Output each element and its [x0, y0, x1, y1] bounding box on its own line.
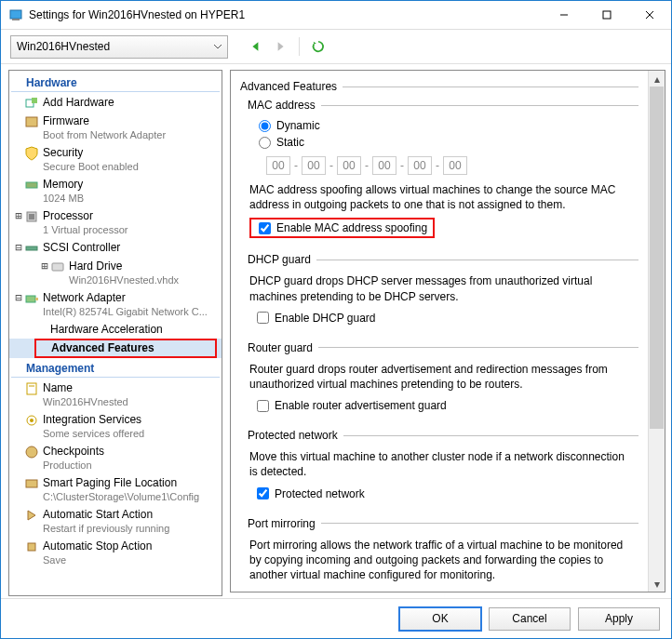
nav-tree[interactable]: Hardware Add Hardware FirmwareBoot from …	[8, 70, 222, 596]
settings-panel-container: Advanced Features MAC address Dynamic	[226, 64, 671, 598]
tree-security[interactable]: SecuritySecure Boot enabled	[9, 144, 222, 176]
mac-spoof-desc: MAC address spoofing allows virtual mach…	[240, 179, 638, 218]
tree-memory[interactable]: Memory1024 MB	[9, 176, 222, 207]
services-icon	[24, 413, 39, 428]
nav-back-button[interactable]	[247, 37, 265, 56]
tree-name[interactable]: NameWin2016HVnested	[9, 379, 222, 411]
scsi-icon	[24, 241, 39, 256]
mac-octet-4[interactable]	[372, 156, 396, 175]
hdd-icon	[50, 260, 65, 274]
firmware-icon	[24, 114, 39, 129]
vm-selector-combobox[interactable]: Win2016HVnested	[10, 35, 228, 59]
collapse-icon[interactable]: ⊟	[13, 241, 24, 255]
settings-window: Settings for Win2016HVnested on HYPER1 W…	[0, 0, 672, 639]
svg-rect-21	[26, 480, 37, 487]
section-hardware: Hardware	[11, 74, 220, 92]
section-management: Management	[11, 360, 220, 378]
svg-rect-12	[26, 246, 37, 250]
svg-rect-3	[603, 11, 611, 19]
tree-advanced-features[interactable]: Advanced Features	[9, 339, 222, 358]
svg-point-19	[30, 419, 34, 422]
scroll-thumb[interactable]	[650, 87, 664, 429]
svg-rect-13	[52, 263, 63, 271]
auto-start-icon	[24, 508, 39, 523]
scroll-up-icon[interactable]: ▴	[649, 71, 665, 87]
mac-octet-5[interactable]	[408, 156, 432, 175]
ok-button[interactable]: OK	[399, 607, 481, 631]
auto-stop-icon	[24, 539, 39, 554]
svg-rect-11	[29, 214, 34, 220]
nic-icon	[24, 291, 39, 306]
tree-hard-drive[interactable]: ⊞ Hard DriveWin2016HVnested.vhdx	[9, 258, 222, 289]
router-guard-checkbox[interactable]	[257, 400, 269, 412]
collapse-icon[interactable]: ⊟	[13, 291, 24, 305]
router-desc: Router guard drops router advertisement …	[240, 358, 638, 397]
mac-static-label: Static	[276, 136, 304, 149]
apply-button[interactable]: Apply	[578, 607, 660, 631]
tree-hw-acceleration[interactable]: Hardware Acceleration	[9, 321, 222, 339]
tree-smart-paging[interactable]: Smart Paging File LocationC:\ClusterStor…	[9, 474, 222, 506]
mac-static-radio[interactable]	[259, 137, 271, 149]
mac-spoof-label: Enable MAC address spoofing	[276, 221, 427, 234]
svg-rect-16	[27, 383, 36, 394]
checkpoint-icon	[24, 445, 39, 459]
mirror-group-label: Port mirroring	[248, 517, 316, 530]
tree-checkpoints[interactable]: CheckpointsProduction	[9, 443, 222, 474]
nav-forward-button[interactable]	[271, 37, 289, 56]
tree-integration-services[interactable]: Integration ServicesSome services offere…	[9, 411, 222, 443]
cancel-button[interactable]: Cancel	[489, 607, 571, 631]
mac-dynamic-radio[interactable]	[259, 120, 271, 132]
expand-icon[interactable]: ⊞	[13, 209, 24, 223]
minimize-button[interactable]	[543, 1, 585, 29]
mirror-desc: Port mirroring allows the network traffi…	[240, 534, 638, 589]
protected-group-label: Protected network	[248, 429, 338, 442]
svg-rect-7	[32, 98, 37, 103]
mac-octet-1[interactable]	[266, 156, 290, 175]
tree-network-adapter[interactable]: ⊟ Network AdapterIntel(R) 82574L Gigabit…	[9, 289, 222, 321]
paging-icon	[24, 476, 39, 491]
memory-icon	[24, 178, 39, 193]
svg-rect-1	[12, 19, 20, 20]
scroll-down-icon[interactable]: ▾	[649, 576, 665, 592]
window-title: Settings for Win2016HVnested on HYPER1	[29, 8, 543, 21]
dhcp-guard-label: Enable DHCP guard	[275, 312, 376, 325]
expand-icon[interactable]: ⊞	[39, 260, 50, 273]
svg-rect-9	[26, 182, 37, 188]
maximize-button[interactable]	[585, 1, 628, 29]
nav-tree-container: Hardware Add Hardware FirmwareBoot from …	[1, 64, 226, 598]
panel-title: Advanced Features	[240, 80, 337, 93]
mac-octet-2[interactable]	[302, 156, 326, 175]
svg-point-20	[26, 446, 37, 458]
mac-octet-fields: - - - - -	[240, 151, 638, 179]
name-icon	[24, 381, 39, 396]
tree-add-hardware[interactable]: Add Hardware	[9, 94, 222, 113]
tree-processor[interactable]: ⊞ Processor1 Virtual processor	[9, 207, 222, 239]
cpu-icon	[24, 209, 39, 224]
mac-dynamic-label: Dynamic	[276, 119, 320, 132]
dhcp-guard-checkbox[interactable]	[257, 312, 269, 324]
tree-firmware[interactable]: FirmwareBoot from Network Adapter	[9, 113, 222, 144]
protected-network-checkbox[interactable]	[257, 487, 269, 499]
protected-network-label: Protected network	[275, 487, 365, 500]
mac-octet-6[interactable]	[443, 156, 467, 175]
titlebar: Settings for Win2016HVnested on HYPER1	[1, 1, 671, 30]
mac-octet-3[interactable]	[337, 156, 361, 175]
close-button[interactable]	[628, 1, 671, 29]
tree-auto-start[interactable]: Automatic Start ActionRestart if previou…	[9, 506, 222, 538]
svg-rect-8	[26, 117, 37, 126]
mac-spoof-checkbox[interactable]	[259, 222, 271, 234]
vm-selector-value: Win2016HVnested	[17, 40, 110, 53]
tree-scsi-controller[interactable]: ⊟ SCSI Controller	[9, 239, 222, 258]
footer: OK Cancel Apply	[1, 598, 671, 638]
add-hardware-icon	[24, 96, 39, 111]
settings-panel: Advanced Features MAC address Dynamic	[230, 70, 665, 592]
svg-rect-0	[10, 10, 21, 19]
panel-scrollbar[interactable]: ▴ ▾	[648, 71, 665, 592]
mac-group-label: MAC address	[248, 99, 316, 112]
app-icon	[8, 7, 23, 22]
svg-rect-14	[26, 296, 35, 302]
refresh-button[interactable]	[309, 37, 328, 56]
toolbar: Win2016HVnested	[1, 30, 671, 64]
tree-auto-stop[interactable]: Automatic Stop ActionSave	[9, 538, 222, 569]
svg-rect-15	[35, 298, 38, 300]
